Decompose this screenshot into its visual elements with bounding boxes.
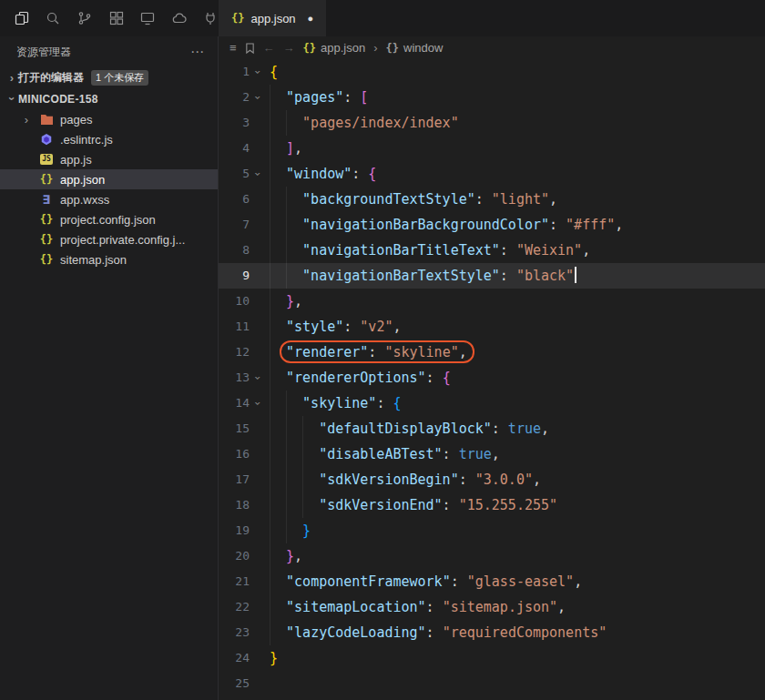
files-icon[interactable]: [14, 10, 30, 26]
line-number: 3: [219, 110, 250, 136]
fold-spacer: [250, 416, 266, 441]
code-line-15[interactable]: 15"defaultDisplayBlock": true,: [219, 416, 765, 441]
code-text: "style": "v2",: [266, 314, 401, 340]
search-icon[interactable]: [46, 10, 62, 26]
code-line-1[interactable]: 1›{: [219, 59, 765, 85]
line-number: 4: [219, 136, 250, 161]
eslint-file-icon: [38, 133, 55, 146]
tab-app-json[interactable]: {} app.json ●: [219, 0, 326, 36]
file-name: project.private.config.j...: [60, 233, 185, 247]
fold-spacer: [250, 136, 266, 161]
bookmark-icon[interactable]: [245, 42, 255, 55]
gutter: 14›: [219, 391, 266, 416]
breadcrumb-symbol-label: window: [403, 41, 443, 55]
gutter: 2›: [219, 85, 266, 110]
file-item-project.config.json[interactable]: {}project.config.json: [0, 209, 218, 229]
fold-chevron-icon[interactable]: ›: [250, 391, 266, 416]
code-line-10[interactable]: 10},: [219, 289, 765, 314]
breadcrumb-file-label: app.json: [321, 41, 365, 55]
open-editors-row[interactable]: › 打开的编辑器 1 个未保存: [0, 67, 218, 88]
code-line-13[interactable]: 13›"rendererOptions": {: [219, 365, 765, 391]
fold-spacer: [250, 340, 266, 365]
code-editor[interactable]: 1›{2›"pages": [3"pages/index/index"4],5›…: [219, 59, 765, 700]
sidebar-title: 资源管理器: [16, 45, 71, 60]
code-line-23[interactable]: 23"lazyCodeLoading": "requiredComponents…: [219, 620, 765, 645]
code-line-3[interactable]: 3"pages/index/index": [219, 110, 765, 136]
breadcrumb-file[interactable]: {} app.json: [303, 41, 366, 55]
more-actions-icon[interactable]: ⋯: [190, 44, 205, 60]
extensions-icon[interactable]: [108, 10, 125, 26]
fold-chevron-icon[interactable]: ›: [250, 365, 266, 391]
outline-icon[interactable]: ≡: [230, 41, 237, 55]
file-item-app.json[interactable]: {}app.json: [0, 169, 218, 189]
code-line-24[interactable]: 24}: [219, 645, 765, 671]
code-line-16[interactable]: 16"disableABTest": true,: [219, 441, 765, 467]
main-area: 资源管理器 ⋯ › 打开的编辑器 1 个未保存 › MINICODE-158 ›…: [0, 36, 765, 700]
code-text: "lazyCodeLoading": "requiredComponents": [266, 620, 607, 645]
project-root-row[interactable]: › MINICODE-158: [0, 88, 218, 109]
code-text: "skyline": {: [266, 391, 401, 416]
code-text: "rendererOptions": {: [266, 365, 451, 391]
breadcrumb-separator: ›: [373, 41, 377, 55]
code-line-18[interactable]: 18"sdkVersionEnd": "15.255.255": [219, 492, 765, 518]
gutter: 24: [219, 645, 266, 671]
breadcrumb-symbol[interactable]: {} window: [386, 41, 444, 55]
navigate-back-icon[interactable]: ←: [263, 41, 275, 55]
fold-spacer: [250, 594, 266, 620]
file-item-pages[interactable]: ›pages: [0, 109, 218, 129]
modified-dot-icon[interactable]: ●: [308, 13, 314, 24]
code-line-4[interactable]: 4],: [219, 136, 765, 161]
fold-spacer: [250, 441, 266, 467]
code-line-17[interactable]: 17"sdkVersionBegin": "3.0.0",: [219, 467, 765, 492]
fold-chevron-icon[interactable]: ›: [250, 85, 266, 110]
gutter: 10: [219, 289, 266, 314]
code-text: "renderer": "skyline",: [266, 340, 467, 365]
line-number: 17: [219, 467, 250, 492]
plugin-icon[interactable]: [202, 10, 219, 26]
cloud-icon[interactable]: [171, 10, 188, 26]
fold-spacer: [250, 238, 266, 263]
line-number: 24: [219, 645, 250, 671]
gutter: 15: [219, 416, 266, 441]
gutter: 20: [219, 543, 266, 569]
code-line-19[interactable]: 19}: [219, 518, 765, 543]
file-item-app.wxss[interactable]: ∃app.wxss: [0, 189, 218, 209]
navigate-forward-icon[interactable]: →: [283, 41, 295, 55]
source-control-icon[interactable]: [76, 10, 93, 26]
code-line-22[interactable]: 22"sitemapLocation": "sitemap.json",: [219, 594, 765, 620]
code-line-8[interactable]: 8"navigationBarTitleText": "Weixin",: [219, 238, 765, 263]
line-number: 12: [219, 340, 250, 365]
code-text: [266, 671, 270, 696]
project-name: MINICODE-158: [18, 93, 98, 106]
preview-icon[interactable]: [139, 10, 156, 26]
code-line-25[interactable]: 25: [219, 671, 765, 696]
fold-chevron-icon[interactable]: ›: [250, 59, 266, 85]
sidebar-header: 资源管理器 ⋯: [0, 36, 218, 67]
code-line-9[interactable]: 9"navigationBarTextStyle": "black": [219, 263, 765, 289]
line-number: 10: [219, 289, 250, 314]
file-list: ›pages.eslintrc.jsJSapp.js{}app.json∃app…: [0, 109, 218, 269]
json-file-icon: {}: [231, 12, 244, 25]
code-line-5[interactable]: 5›"window": {: [219, 161, 765, 187]
code-line-11[interactable]: 11"style": "v2",: [219, 314, 765, 340]
gutter: 8: [219, 238, 266, 263]
code-line-20[interactable]: 20},: [219, 543, 765, 569]
code-text: "navigationBarTitleText": "Weixin",: [266, 238, 590, 263]
file-item-app.js[interactable]: JSapp.js: [0, 149, 218, 169]
file-item-project.private.config.j...[interactable]: {}project.private.config.j...: [0, 229, 218, 249]
fold-chevron-icon[interactable]: ›: [250, 161, 266, 187]
fold-spacer: [250, 645, 266, 671]
code-line-2[interactable]: 2›"pages": [: [219, 85, 765, 110]
file-name: .eslintrc.js: [60, 133, 113, 147]
code-line-14[interactable]: 14›"skyline": {: [219, 391, 765, 416]
file-item-.eslintrc.js[interactable]: .eslintrc.js: [0, 129, 218, 149]
fold-spacer: [250, 620, 266, 645]
code-line-6[interactable]: 6"backgroundTextStyle": "light",: [219, 187, 765, 212]
code-line-21[interactable]: 21"componentFramework": "glass-easel",: [219, 569, 765, 594]
code-line-12[interactable]: 12"renderer": "skyline",: [219, 340, 765, 365]
fold-spacer: [250, 314, 266, 340]
breadcrumb-bar: ≡ ← → {} app.json › {} window: [219, 36, 765, 59]
code-line-7[interactable]: 7"navigationBarBackgroundColor": "#fff",: [219, 212, 765, 238]
file-item-sitemap.json[interactable]: {}sitemap.json: [0, 249, 218, 269]
app-window: {} app.json ● 资源管理器 ⋯ › 打开的编辑器 1 个未保存 › …: [0, 0, 765, 700]
